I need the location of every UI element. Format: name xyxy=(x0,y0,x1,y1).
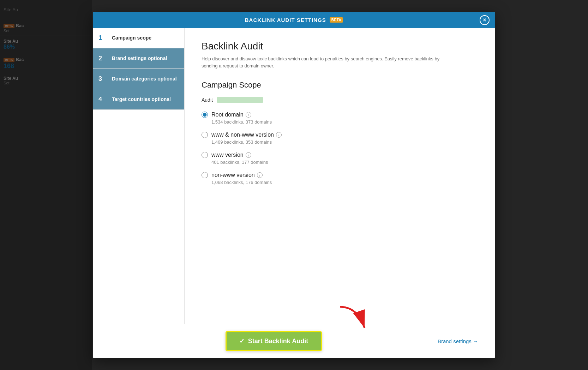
radio-input-non-www[interactable] xyxy=(202,172,208,178)
radio-option-www-non: www & non-www version i 1,469 backlinks,… xyxy=(202,132,478,145)
radio-label-non-www: non-www version i xyxy=(211,172,263,178)
sidebar-label-3: Domain categories optional xyxy=(112,76,177,82)
sidebar-num-2: 2 xyxy=(98,55,107,62)
start-audit-button[interactable]: ✓ Start Backlink Audit xyxy=(226,331,322,351)
radio-label-row-www: www version i xyxy=(202,152,478,158)
sidebar-num-1: 1 xyxy=(98,34,107,42)
radio-label-row-www-non: www & non-www version i xyxy=(202,132,478,138)
footer-center: ✓ Start Backlink Audit xyxy=(110,331,438,351)
info-icon-www-non[interactable]: i xyxy=(276,132,282,138)
radio-label-row-non-www: non-www version i xyxy=(202,172,478,178)
radio-sub-www-non: 1,469 backlinks, 353 domains xyxy=(211,139,478,145)
radio-sub-root: 1,534 backlinks, 373 domains xyxy=(211,119,478,125)
sidebar-label-4: Target countries optional xyxy=(112,96,171,102)
audit-row: Audit xyxy=(202,97,478,103)
sidebar-num-4: 4 xyxy=(98,96,107,103)
modal-header: BACKLINK AUDIT SETTINGS BETA × xyxy=(93,12,495,28)
radio-sub-www: 401 backlinks, 177 domains xyxy=(211,160,478,165)
modal-container: BACKLINK AUDIT SETTINGS BETA × 1 Campaig… xyxy=(93,12,495,358)
modal-title-group: BACKLINK AUDIT SETTINGS BETA xyxy=(245,17,343,23)
sidebar-num-3: 3 xyxy=(98,75,107,83)
section-title: Campaign Scope xyxy=(202,80,478,90)
page-description: Help discover and disavow toxic backlink… xyxy=(202,55,449,69)
modal-footer: ✓ Start Backlink Audit Brand settings → xyxy=(93,324,495,358)
radio-group: Root domain i 1,534 backlinks, 373 domai… xyxy=(202,112,478,185)
sidebar-item-domain-categories[interactable]: 3 Domain categories optional xyxy=(93,69,184,89)
radio-sub-non-www: 1,068 backlinks, 176 domains xyxy=(211,180,478,185)
brand-settings-link[interactable]: Brand settings → xyxy=(438,338,478,344)
sidebar-item-brand-settings[interactable]: 2 Brand settings optional xyxy=(93,48,184,69)
sidebar-item-campaign-scope[interactable]: 1 Campaign scope xyxy=(93,28,184,48)
info-icon-non-www[interactable]: i xyxy=(257,172,263,178)
radio-option-root: Root domain i 1,534 backlinks, 373 domai… xyxy=(202,112,478,125)
radio-label-www: www version i xyxy=(211,152,251,158)
radio-input-www[interactable] xyxy=(202,152,208,158)
audit-label: Audit xyxy=(202,97,213,103)
info-icon-www[interactable]: i xyxy=(246,152,251,158)
modal-title-text: BACKLINK AUDIT SETTINGS xyxy=(245,17,326,23)
sidebar-item-target-countries[interactable]: 4 Target countries optional xyxy=(93,89,184,110)
radio-label-row-root: Root domain i xyxy=(202,112,478,118)
header-beta-badge: BETA xyxy=(330,17,343,23)
radio-input-root[interactable] xyxy=(202,112,208,118)
audit-domain-value xyxy=(217,97,263,103)
radio-label-root: Root domain i xyxy=(211,112,251,118)
modal-close-button[interactable]: × xyxy=(480,15,490,25)
page-title: Backlink Audit xyxy=(202,41,478,52)
modal-body: 1 Campaign scope 2 Brand settings option… xyxy=(93,28,495,324)
main-content: Backlink Audit Help discover and disavow… xyxy=(185,28,495,324)
modal-overlay: BACKLINK AUDIT SETTINGS BETA × 1 Campaig… xyxy=(0,0,588,370)
checkmark-icon: ✓ xyxy=(239,337,245,345)
radio-option-non-www: non-www version i 1,068 backlinks, 176 d… xyxy=(202,172,478,185)
sidebar-label-1: Campaign scope xyxy=(112,35,151,41)
radio-input-www-non[interactable] xyxy=(202,132,208,138)
sidebar: 1 Campaign scope 2 Brand settings option… xyxy=(93,28,185,324)
radio-label-www-non: www & non-www version i xyxy=(211,132,282,138)
radio-option-www: www version i 401 backlinks, 177 domains xyxy=(202,152,478,165)
sidebar-label-2: Brand settings optional xyxy=(112,55,167,61)
start-audit-label: Start Backlink Audit xyxy=(248,338,308,345)
info-icon-root[interactable]: i xyxy=(246,112,251,118)
